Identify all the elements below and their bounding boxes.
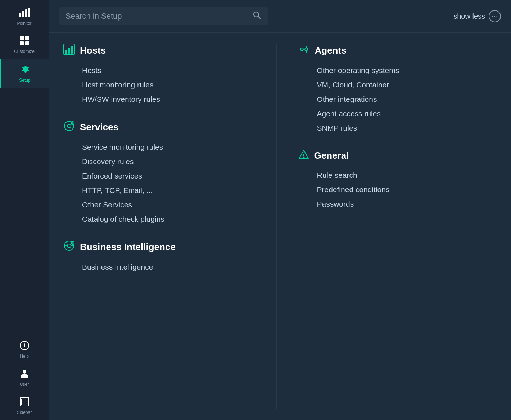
sidebar-icon	[20, 397, 29, 408]
link-other-integrations[interactable]: Other integrations	[317, 93, 497, 106]
svg-rect-13	[21, 399, 22, 405]
setup-icon	[20, 64, 30, 76]
link-discovery-rules[interactable]: Discovery rules	[82, 155, 262, 168]
show-less-label: show less	[453, 12, 485, 21]
sidebar-item-user[interactable]: User	[0, 364, 49, 392]
content-area: Hosts Hosts Host monitoring rules HW/SW …	[49, 33, 511, 420]
bi-section-header: Business Intelligence	[63, 240, 262, 254]
link-host-monitoring-rules[interactable]: Host monitoring rules	[82, 78, 262, 91]
link-hosts[interactable]: Hosts	[82, 64, 262, 77]
link-service-monitoring-rules[interactable]: Service monitoring rules	[82, 141, 262, 154]
link-catalog-check-plugins[interactable]: Catalog of check plugins	[82, 213, 262, 226]
general-section: General Rule search Predefined condition…	[298, 149, 497, 211]
svg-rect-19	[71, 46, 73, 54]
services-section-header: Services	[63, 120, 262, 134]
svg-point-30	[67, 244, 71, 248]
svg-rect-2	[25, 9, 27, 17]
link-rule-search[interactable]: Rule search	[317, 169, 497, 182]
bi-links: Business Intelligence	[63, 261, 262, 274]
show-less-button[interactable]: show less ···	[453, 10, 501, 22]
hosts-section-header: Hosts	[63, 44, 262, 58]
link-hwsw-inventory-rules[interactable]: HW/SW inventory rules	[82, 93, 262, 106]
svg-rect-18	[68, 48, 70, 54]
sidebar-item-label: Sidebar	[17, 410, 32, 415]
user-icon	[20, 369, 29, 380]
agents-section: Agents Other operating systems VM, Cloud…	[298, 44, 497, 135]
left-column: Hosts Hosts Host monitoring rules HW/SW …	[63, 44, 277, 409]
svg-point-46	[303, 157, 304, 158]
hosts-links: Hosts Host monitoring rules HW/SW invent…	[63, 64, 262, 106]
sidebar-item-label: User	[20, 382, 29, 387]
svg-rect-6	[20, 41, 24, 45]
services-links: Service monitoring rules Discovery rules…	[63, 141, 262, 226]
services-section-title: Services	[80, 122, 118, 133]
general-links: Rule search Predefined conditions Passwo…	[298, 169, 497, 211]
svg-rect-4	[20, 36, 24, 40]
link-vm-cloud-container[interactable]: VM, Cloud, Container	[317, 78, 497, 91]
search-input[interactable]	[65, 12, 249, 21]
hosts-icon	[63, 44, 75, 58]
sidebar-item-help[interactable]: i Help	[0, 336, 49, 364]
sidebar-item-customize[interactable]: Customize	[0, 31, 49, 59]
agents-icon	[298, 44, 310, 58]
customize-icon	[20, 36, 29, 48]
sidebar-item-label: Setup	[19, 78, 30, 83]
svg-line-15	[258, 17, 261, 19]
sidebar-item-label: Help	[20, 354, 29, 359]
link-http-tcp-email[interactable]: HTTP, TCP, Email, ...	[82, 184, 262, 197]
svg-point-10	[23, 370, 26, 374]
link-other-services[interactable]: Other Services	[82, 198, 262, 211]
svg-rect-0	[19, 13, 21, 17]
services-section: Services Service monitoring rules Discov…	[63, 120, 262, 226]
svg-point-39	[305, 48, 308, 51]
link-enforced-services[interactable]: Enforced services	[82, 170, 262, 182]
search-icon	[253, 11, 261, 22]
svg-text:i: i	[23, 342, 25, 348]
bi-section: Business Intelligence Business Intellige…	[63, 240, 262, 274]
svg-rect-17	[65, 50, 67, 54]
bi-icon	[63, 240, 75, 254]
svg-rect-7	[25, 41, 29, 45]
link-snmp-rules[interactable]: SNMP rules	[317, 122, 497, 135]
monitor-icon	[19, 8, 30, 19]
services-icon	[63, 120, 75, 134]
svg-point-38	[300, 48, 303, 51]
svg-point-21	[67, 124, 71, 128]
general-section-header: General	[298, 149, 497, 162]
sidebar-item-label: Monitor	[17, 21, 31, 26]
help-icon: i	[20, 341, 29, 352]
link-predefined-conditions[interactable]: Predefined conditions	[317, 183, 497, 196]
sidebar-item-monitor[interactable]: Monitor	[0, 3, 49, 31]
agents-section-title: Agents	[315, 45, 347, 56]
link-agent-access-rules[interactable]: Agent access rules	[317, 107, 497, 120]
svg-rect-1	[22, 11, 24, 17]
agents-links: Other operating systems VM, Cloud, Conta…	[298, 64, 497, 135]
search-input-wrap[interactable]	[59, 7, 268, 25]
sidebar: Monitor Customize Setup i Hel	[0, 0, 49, 420]
sidebar-item-label: Customize	[14, 49, 35, 54]
search-bar: show less ···	[49, 0, 511, 33]
general-section-title: General	[314, 150, 349, 161]
svg-point-14	[254, 12, 259, 17]
general-icon	[298, 149, 309, 162]
bi-section-title: Business Intelligence	[80, 241, 176, 253]
agents-section-header: Agents	[298, 44, 497, 58]
main-content: show less ··· Hosts	[49, 0, 511, 420]
svg-rect-5	[25, 36, 29, 40]
link-passwords[interactable]: Passwords	[317, 198, 497, 211]
link-other-os[interactable]: Other operating systems	[317, 64, 497, 77]
sidebar-item-setup[interactable]: Setup	[0, 59, 49, 88]
right-column: Agents Other operating systems VM, Cloud…	[277, 44, 497, 409]
link-business-intelligence[interactable]: Business Intelligence	[82, 261, 262, 274]
hosts-section: Hosts Hosts Host monitoring rules HW/SW …	[63, 44, 262, 106]
ellipsis-icon: ···	[489, 10, 501, 22]
hosts-section-title: Hosts	[80, 45, 106, 56]
svg-rect-3	[28, 8, 30, 17]
sidebar-item-sidebar[interactable]: Sidebar	[0, 392, 49, 420]
